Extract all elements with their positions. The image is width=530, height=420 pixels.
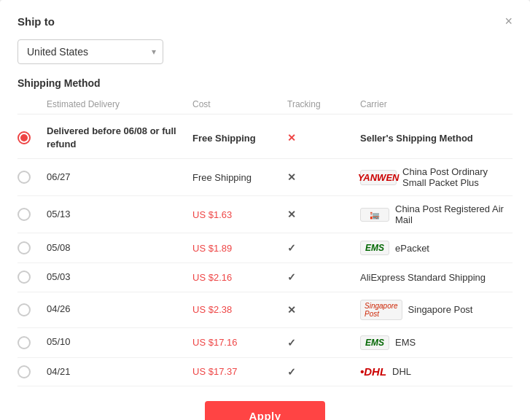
modal-header: Ship to × [17, 15, 513, 28]
tracking-icon: ✓ [287, 271, 360, 283]
delivery-date: 04/26 [47, 303, 192, 316]
tracking-icon: ✓ [287, 337, 360, 349]
cost-value: US $2.16 [192, 272, 287, 283]
shipping-row[interactable]: 04/21 US $17.37 ✓ •DHL DHL [17, 358, 513, 386]
carrier-info: EMS ePacket [360, 241, 513, 255]
carrier-logo-ems: EMS [360, 241, 389, 255]
tracking-icon: ✕ [287, 171, 360, 183]
radio-button-seller[interactable] [17, 131, 31, 144]
radio-button-ems[interactable] [17, 336, 31, 349]
delivery-date: Delivered before 06/08 or full refund [47, 125, 192, 151]
modal-title: Ship to [17, 15, 55, 28]
cost-value: Free Shipping [192, 133, 287, 144]
carrier-name: China Post Ordinary Small Packet Plus [402, 166, 513, 188]
cost-value: US $1.89 [192, 243, 287, 254]
carrier-info: YANWEN China Post Ordinary Small Packet … [360, 166, 513, 188]
delivery-date: 05/08 [47, 241, 192, 254]
close-icon[interactable]: × [504, 15, 513, 28]
carrier-name: Seller's Shipping Method [360, 133, 473, 144]
header-cost: Cost [192, 99, 287, 109]
carrier-name: DHL [392, 366, 411, 377]
cost-value: US $17.37 [192, 366, 287, 377]
shipping-modal: Ship to × United States United Kingdom C… [0, 0, 530, 420]
radio-button-epacket[interactable] [17, 241, 31, 254]
carrier-info: 🏣 China Post Registered Air Mail [360, 203, 513, 225]
radio-button-china-ordinary[interactable] [17, 171, 31, 184]
shipping-row[interactable]: 04/26 US $2.38 ✕ SingaporePost Singapore… [17, 292, 513, 328]
carrier-logo-dhl: •DHL [360, 365, 386, 378]
carrier-logo-chinapost: 🏣 [360, 208, 389, 222]
country-select[interactable]: United States United Kingdom Canada Aust… [17, 39, 163, 64]
carrier-name: Singapore Post [408, 304, 473, 315]
header-delivery: Estimated Delivery [47, 99, 192, 109]
carrier-name: EMS [395, 337, 416, 348]
table-header: Estimated Delivery Cost Tracking Carrier [17, 96, 513, 114]
apply-button[interactable]: Apply [205, 401, 324, 420]
carrier-logo-yanwen: YANWEN [360, 170, 397, 185]
carrier-info: •DHL DHL [360, 365, 513, 378]
shipping-row[interactable]: 05/08 US $1.89 ✓ EMS ePacket [17, 233, 513, 263]
shipping-row[interactable]: 05/13 US $1.63 ✕ 🏣 China Post Registered… [17, 196, 513, 233]
delivery-date: 05/13 [47, 208, 192, 221]
tracking-icon: ✕ [287, 304, 360, 316]
carrier-info: SingaporePost Singapore Post [360, 300, 513, 320]
tracking-icon: ✕ [287, 209, 360, 220]
country-select-wrapper: United States United Kingdom Canada Aust… [17, 39, 163, 64]
radio-button-aliexpress[interactable] [17, 271, 31, 284]
shipping-row[interactable]: Delivered before 06/08 or full refund Fr… [17, 117, 513, 159]
tracking-icon: ✓ [287, 242, 360, 254]
shipping-row[interactable]: 06/27 Free Shipping ✕ YANWEN China Post … [17, 159, 513, 196]
cost-value: US $2.38 [192, 304, 287, 315]
carrier-name: AliExpress Standard Shipping [360, 272, 486, 283]
carrier-name: ePacket [395, 243, 429, 254]
carrier-info: Seller's Shipping Method [360, 133, 513, 144]
header-carrier: Carrier [360, 99, 513, 109]
carrier-info: EMS EMS [360, 335, 513, 350]
carrier-name: China Post Registered Air Mail [395, 203, 513, 225]
delivery-date: 06/27 [47, 171, 192, 184]
tracking-icon: ✕ [287, 132, 360, 144]
carrier-logo-ems2: EMS [360, 335, 389, 350]
cost-value: US $1.63 [192, 209, 287, 220]
delivery-date: 04/21 [47, 365, 192, 378]
delivery-date: 05/10 [47, 335, 192, 349]
tracking-icon: ✓ [287, 366, 360, 378]
radio-button-china-air[interactable] [17, 208, 31, 221]
shipping-row[interactable]: 05/10 US $17.16 ✓ EMS EMS [17, 328, 513, 358]
delivery-date: 05/03 [47, 271, 192, 284]
cost-value: US $17.16 [192, 337, 287, 348]
shipping-method-title: Shipping Method [17, 77, 513, 89]
header-radio [17, 99, 47, 109]
radio-button-dhl[interactable] [17, 365, 31, 378]
shipping-row[interactable]: 05/03 US $2.16 ✓ AliExpress Standard Shi… [17, 263, 513, 292]
carrier-info: AliExpress Standard Shipping [360, 272, 513, 283]
radio-button-singapore[interactable] [17, 303, 31, 316]
cost-value: Free Shipping [192, 172, 287, 183]
header-tracking: Tracking [287, 99, 360, 109]
carrier-logo-singapore: SingaporePost [360, 300, 402, 320]
apply-button-wrapper: Apply [17, 401, 513, 420]
